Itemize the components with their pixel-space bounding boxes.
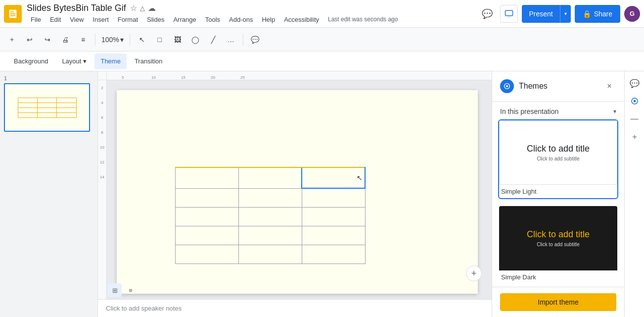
layout-button[interactable]: Layout ▾ [56,53,92,69]
toolbar: ＋ ↩ ↪ 🖨 ≡ 100% ▾ ↖ □ 🖼 ◯ ╱ … 💬 [0,28,644,52]
table-cell[interactable] [302,188,365,207]
print-button[interactable]: 🖨 [57,32,73,48]
menu-edit[interactable]: Edit [46,14,65,25]
table-cell-selected[interactable]: ↖ [302,167,365,188]
title-icons: ☆ △ ☁ [130,3,156,13]
themes-chevron-icon[interactable]: ▾ [613,108,616,115]
slide-editor-wrapper: 5 10 15 20 25 2 4 6 8 10 12 14 [98,71,492,317]
app-logo[interactable] [4,5,22,23]
table-cell[interactable] [176,207,239,226]
menu-slides[interactable]: Slides [143,14,168,25]
lock-icon: 🔒 [583,10,591,18]
list-view-button[interactable]: ≡ [124,283,138,297]
divider-3 [243,34,243,46]
redo-button[interactable]: ↪ [40,32,55,48]
table-cell[interactable] [238,226,302,245]
notes-add-button[interactable]: + [466,265,482,281]
slide-canvas-area[interactable]: ↖ [107,80,492,299]
themes-icon [500,79,514,93]
shape-button[interactable]: □ [152,32,168,48]
theme-card-simple-light[interactable]: Click to add title Click to add subtitle… [498,119,618,199]
main-content: 1 5 10 15 20 25 [0,71,644,317]
import-theme-button[interactable]: Import theme [500,293,616,311]
table-cell[interactable] [176,245,239,264]
present-label: Present [522,5,560,23]
slides-button[interactable] [500,5,518,23]
slide-thumbnail-1[interactable] [4,83,90,132]
last-edit: Last edit was seconds ago [328,16,398,23]
svg-rect-4 [506,10,513,16]
table-cell[interactable] [238,167,302,188]
menu-tools[interactable]: Tools [201,14,224,25]
undo-button[interactable]: ↩ [22,32,38,48]
theme-preview-title-dark: Click to add title [527,229,590,240]
comment-toolbar-button[interactable]: 💬 [247,32,263,48]
background-button[interactable]: Background [8,53,54,69]
theme-card-simple-dark[interactable]: Click to add title Click to add subtitle… [498,205,618,285]
table-cell[interactable] [302,226,365,245]
menu-accessibility[interactable]: Accessibility [280,14,323,25]
table-cell[interactable] [302,207,365,226]
svg-rect-3 [10,15,16,16]
theme-preview-dark: Click to add title Click to add subtitle [499,206,617,270]
cloud-icon[interactable]: ☁ [148,3,156,13]
transition-button[interactable]: Transition [129,53,169,69]
themes-section-header: In this presentation ▾ [492,102,624,119]
theme-preview-light: Click to add title Click to add subtitle [499,120,617,185]
star-icon[interactable]: ☆ [130,3,137,13]
table-cell[interactable] [302,245,365,264]
themes-list: Click to add title Click to add subtitle… [492,119,624,287]
zoom-level: 100% [101,36,119,44]
slide-table[interactable]: ↖ [175,167,366,264]
line-button[interactable]: ╱ [205,32,221,48]
doc-title[interactable]: Slides BytesBin Table Gif [27,3,126,13]
ruler-vertical: 2 4 6 8 10 12 14 [98,80,107,299]
table-cell[interactable] [176,167,239,188]
more-shapes-button[interactable]: … [223,32,239,48]
zoom-arrow: ▾ [120,36,124,44]
add-button[interactable]: ＋ [4,32,20,48]
right-icon-chat[interactable]: 💬 [627,75,643,91]
share-button[interactable]: 🔒 Share [575,5,620,23]
cursor-indicator: ↖ [357,174,363,182]
menu-arrange[interactable]: Arrange [169,14,200,25]
right-icon-themes[interactable] [627,93,643,109]
zoom-button[interactable]: 100% ▾ [99,32,126,48]
slide-canvas[interactable]: ↖ [117,90,478,294]
table-cell[interactable] [176,226,239,245]
notes-bar[interactable]: Click to add speaker notes [98,299,492,317]
theme-button[interactable]: Theme [94,53,126,69]
table-row [176,245,366,264]
menu-format[interactable]: Format [114,14,142,25]
menu-help[interactable]: Help [258,14,279,25]
table-cell[interactable] [238,207,302,226]
grid-view-button[interactable]: ⊞ [108,283,122,297]
shape2-button[interactable]: ◯ [187,32,203,48]
menu-addons[interactable]: Add-ons [225,14,257,25]
slides-panel: 1 [0,71,98,317]
theme-preview-title-light: Click to add title [527,144,590,154]
present-dropdown-arrow[interactable]: ▾ [560,5,571,23]
menu-insert[interactable]: Insert [89,14,113,25]
format-options-button[interactable]: ≡ [75,32,91,48]
slide-table-container[interactable]: ↖ [175,167,366,264]
divider-2 [130,34,130,46]
avatar[interactable]: G [624,6,640,22]
right-icon-plus[interactable]: ＋ [627,129,643,145]
menu-file[interactable]: File [27,14,45,25]
table-cell[interactable] [238,188,302,207]
table-cell[interactable] [238,245,302,264]
svg-rect-2 [10,13,16,14]
image-button[interactable]: 🖼 [170,32,185,48]
themes-panel: Themes × In this presentation ▾ Click to… [492,71,624,317]
themes-close-button[interactable]: × [602,79,616,93]
comment-button[interactable]: 💬 [478,5,496,23]
right-icon-bar: 💬 — ＋ [624,71,644,317]
menu-view[interactable]: View [66,14,88,25]
select-button[interactable]: ↖ [134,32,150,48]
right-icon-minus[interactable]: — [627,111,643,127]
table-cell[interactable] [176,188,239,207]
ruler-tick-25: 25 [240,75,245,80]
present-button[interactable]: Present ▾ [522,5,570,23]
drive-icon[interactable]: △ [140,4,145,12]
